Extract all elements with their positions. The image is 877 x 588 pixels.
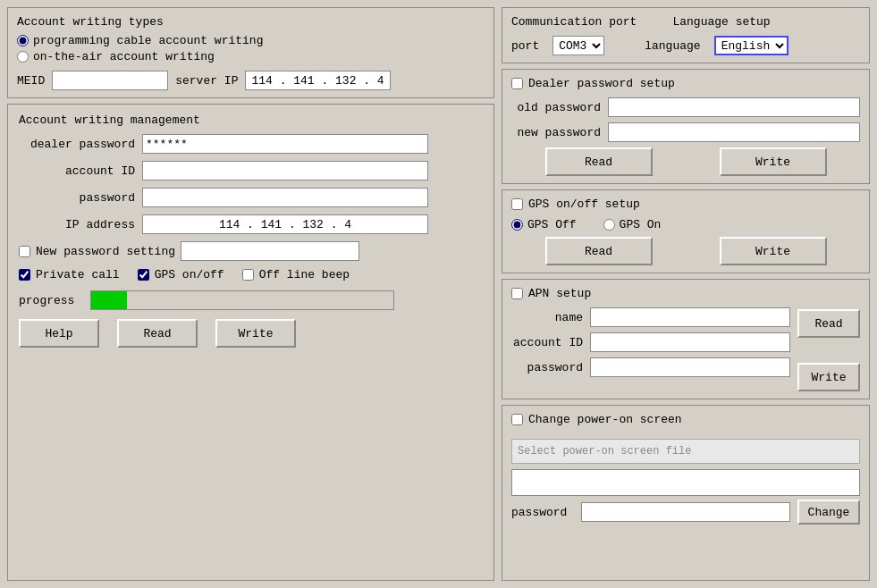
comm-row: port COM3 COM1 COM2 COM4 language Englis… [511,36,860,55]
server-ip-label: server IP [175,74,238,88]
gps-btn-row: Read Write [511,237,860,265]
power-screen-title: Change power-on screen [528,413,682,426]
dealer-pw-setup-title: Dealer password setup [528,77,675,90]
new-password-setting-label: New password setting [36,245,175,258]
apn-password-label: password [511,361,583,374]
file-select-button[interactable]: Select power-on screen file [511,439,860,464]
apn-name-row: name [511,307,790,327]
ip-address-row: IP address 114 . 141 . 132 . 4 [19,214,483,234]
apn-section: APN setup name account ID password [502,279,870,399]
dealer-pw-btn-row: Read Write [511,147,860,176]
old-password-label: old password [511,101,601,114]
help-button[interactable]: Help [19,319,99,348]
apn-header-row: APN setup [511,287,860,300]
progress-row: progress [19,290,483,310]
radio-programming-label: programming cable account writing [33,34,263,47]
language-select[interactable]: English Chinese [714,36,788,55]
progress-label: progress [19,294,81,307]
apn-password-row: password [511,357,790,377]
ip-address-display: 114 . 141 . 132 . 4 [142,214,428,234]
dealer-password-label: dealer password [19,138,135,151]
dealer-password-input[interactable] [142,134,428,154]
new-password-setting-checkbox[interactable] [19,246,30,257]
gps-on-radio[interactable] [603,219,615,231]
power-screen-header-row: Change power-on screen [511,413,860,426]
pw-change-input[interactable] [581,502,790,522]
apn-setup-title: APN setup [528,287,591,300]
new-password-input-right[interactable] [608,122,860,142]
power-screen-section: Change power-on screen Select power-on s… [502,405,870,581]
power-screen-checkbox[interactable] [511,414,523,425]
dealer-pw-header-row: Dealer password setup [511,77,860,90]
account-id-label: account ID [19,164,135,178]
off-line-beep-checkbox[interactable] [242,269,254,281]
dealer-write-button[interactable]: Write [720,147,827,176]
comm-header: Communication port Language setup [511,15,860,29]
gps-section: GPS on/off setup GPS Off GPS On Read Wri… [502,189,870,273]
radio-ota-label: on-the-air account writing [33,50,215,63]
server-ip-display: 114 . 141 . 132 . 4 [245,71,390,90]
mgmt-title: Account writing management [19,113,483,127]
apn-name-input[interactable] [590,307,790,327]
port-label: port [511,39,539,53]
apn-setup-checkbox[interactable] [511,288,523,299]
gps-radio-row: GPS Off GPS On [511,218,860,231]
apn-account-id-label: account ID [511,336,583,349]
account-id-input[interactable] [142,161,428,181]
new-password-row: new password [511,122,860,142]
private-call-checkbox[interactable] [19,269,30,281]
account-writing-types-title: Account writing types [17,15,485,29]
gps-off-item[interactable]: GPS Off [511,218,577,231]
read-button[interactable]: Read [117,319,198,348]
dealer-read-button[interactable]: Read [545,147,653,176]
apn-account-id-input[interactable] [590,332,790,352]
gps-off-label: GPS Off [527,218,577,231]
radio-ota-item[interactable]: on-the-air account writing [17,50,485,63]
off-line-beep-label: Off line beep [259,268,350,281]
gps-on-item[interactable]: GPS On [603,218,662,231]
apn-name-label: name [511,311,583,324]
change-button[interactable]: Change [797,500,860,525]
private-call-label: Private call [36,268,120,281]
progress-bar-container [90,290,394,310]
ip-address-label: IP address [19,218,135,231]
comm-port-section: Communication port Language setup port C… [502,7,870,63]
apn-write-button[interactable]: Write [797,363,860,391]
gps-onoff-option: GPS on/off [138,268,224,281]
language-label: language [645,39,700,53]
dealer-pw-section: Dealer password setup old password new p… [502,69,870,184]
apn-account-id-row: account ID [511,332,790,352]
meid-row: MEID server IP 114 . 141 . 132 . 4 [17,71,485,90]
password-input[interactable] [142,188,428,207]
gps-onoff-label: GPS on/off [155,268,224,281]
dealer-pw-setup-checkbox[interactable] [511,78,523,89]
radio-programming-input[interactable] [17,35,29,46]
gps-off-radio[interactable] [511,219,523,231]
language-setup-title: Language setup [672,15,770,29]
apn-password-input[interactable] [590,357,790,377]
port-select[interactable]: COM3 COM1 COM2 COM4 [552,36,604,55]
gps-setup-checkbox[interactable] [511,198,523,210]
dealer-password-row: dealer password [19,134,483,154]
gps-read-button[interactable]: Read [545,237,653,265]
old-password-input[interactable] [608,97,860,117]
comm-port-title: Communication port [511,15,637,29]
meid-input[interactable] [52,71,168,90]
gps-header-row: GPS on/off setup [511,197,860,211]
apn-read-button[interactable]: Read [797,309,860,338]
gps-setup-title: GPS on/off setup [528,197,640,211]
file-scroll-area[interactable] [511,469,860,496]
gps-onoff-checkbox[interactable] [138,269,149,281]
new-password-label-right: new password [511,126,601,139]
radio-programming-item[interactable]: programming cable account writing [17,34,485,47]
pw-change-label: password [511,506,574,519]
gps-write-button[interactable]: Write [720,237,827,265]
write-button[interactable]: Write [215,319,296,348]
button-row: Help Read Write [19,319,483,348]
writing-type-radio-group: programming cable account writing on-the… [17,34,485,63]
password-label: password [19,191,135,205]
private-call-option: Private call [19,268,120,281]
password-row: password [19,188,483,207]
new-password-input[interactable] [181,241,359,261]
radio-ota-input[interactable] [17,51,29,63]
